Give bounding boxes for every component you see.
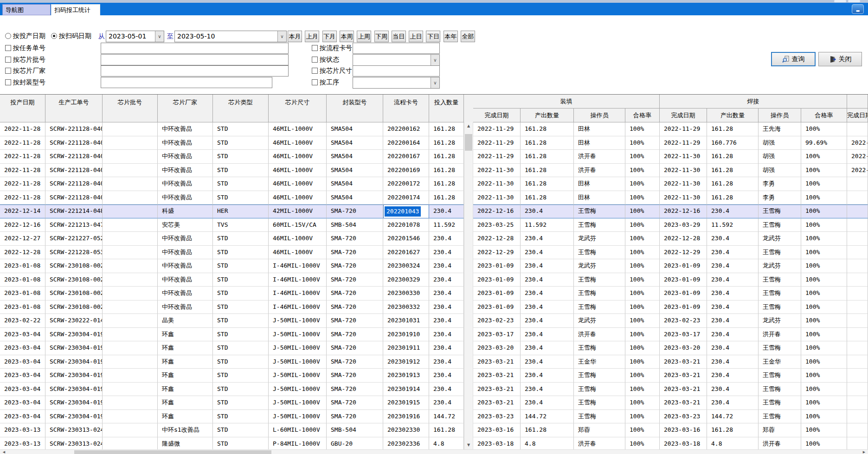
table-cell[interactable]: 100% — [801, 369, 847, 383]
table-row[interactable]: 2023-01-08SCRW-230108-002中环改善品STDI-46MIL… — [0, 287, 868, 301]
table-cell[interactable]: 2023-03-29 — [660, 218, 707, 232]
table-cell[interactable]: SMA-720 — [327, 355, 383, 369]
table-cell[interactable]: 2023-03-21 — [473, 383, 521, 396]
table-cell[interactable]: 中环改善品 — [158, 273, 213, 287]
table-cell[interactable]: STD — [213, 259, 269, 273]
table-cell[interactable]: 230.4 — [707, 383, 759, 396]
table-cell[interactable]: 洪开春 — [759, 437, 801, 451]
close-button[interactable]: 关闭 — [818, 52, 862, 66]
table-cell[interactable]: SCRW-221128-040 — [45, 122, 103, 136]
table-cell[interactable]: 144.72 — [707, 410, 759, 424]
table-cell[interactable]: 100% — [625, 410, 660, 424]
table-cell[interactable]: 100% — [625, 287, 660, 301]
table-cell[interactable]: 202301914 — [383, 383, 429, 396]
table-cell[interactable]: 100% — [801, 328, 847, 342]
table-cell[interactable]: 202301911 — [383, 341, 429, 355]
table-cell[interactable] — [847, 287, 868, 301]
table-cell[interactable]: 230.4 — [429, 314, 464, 328]
table-cell[interactable]: 王雪梅 — [759, 410, 801, 424]
table-cell[interactable]: 230.4 — [521, 246, 574, 260]
table-cell[interactable]: 王金华 — [574, 355, 625, 369]
table-cell[interactable]: 100% — [625, 164, 660, 178]
table-cell[interactable]: 洪开春 — [574, 150, 625, 164]
table-cell[interactable]: STD — [213, 246, 269, 260]
table-cell[interactable]: 46MIL-1000V — [269, 122, 327, 136]
table-cell[interactable]: STD — [213, 191, 269, 205]
radio-by-scan-date[interactable] — [51, 33, 57, 39]
table-cell[interactable]: 2022-11-28 — [0, 191, 45, 205]
table-cell[interactable]: 2022- — [847, 150, 868, 164]
table-cell[interactable]: 42MIL-1000V — [269, 205, 327, 218]
table-cell[interactable]: 2023-03-21 — [473, 355, 521, 369]
table-cell[interactable]: 100% — [625, 423, 660, 437]
table-cell[interactable]: P-84MIL-1000V — [269, 437, 327, 451]
table-cell[interactable] — [103, 177, 158, 191]
table-cell[interactable]: 胡强 — [759, 150, 801, 164]
table-cell[interactable]: 100% — [801, 218, 847, 232]
table-cell[interactable]: SMA504 — [327, 136, 383, 150]
horizontal-scrollbar[interactable]: ◀ ▶ — [0, 449, 868, 454]
table-cell[interactable]: 2023-01-09 — [473, 287, 521, 301]
vertical-scrollbar[interactable]: ▲ ▼ — [464, 122, 473, 449]
table-cell[interactable]: GBU-20 — [327, 437, 383, 451]
table-cell[interactable]: 161.28 — [521, 150, 574, 164]
table-cell[interactable]: SCRW-230304-019 — [45, 383, 103, 396]
table-cell[interactable] — [847, 177, 868, 191]
table-cell[interactable]: 100% — [801, 287, 847, 301]
table-cell[interactable]: 161.28 — [429, 423, 464, 437]
quick-range-button-5[interactable]: 上周 — [357, 31, 371, 42]
table-cell[interactable]: 洪开春 — [574, 328, 625, 342]
table-cell[interactable]: 230.4 — [429, 232, 464, 246]
table-cell[interactable]: 161.28 — [429, 164, 464, 178]
table-cell[interactable]: 2022-12-16 — [0, 218, 45, 232]
table-cell[interactable]: STD — [213, 437, 269, 451]
table-cell[interactable]: 龙武芬 — [759, 314, 801, 328]
table-cell[interactable]: 2023-02-22 — [0, 314, 45, 328]
table-cell[interactable]: 161.28 — [429, 122, 464, 136]
table-cell[interactable]: 230.4 — [429, 246, 464, 260]
table-cell[interactable]: 王雪梅 — [574, 205, 625, 218]
column-header-welding-output-qty[interactable]: 产出数量 — [707, 109, 759, 122]
vertical-scrollbar-thumb[interactable] — [465, 134, 472, 151]
table-cell[interactable]: 2022-11-29 — [473, 122, 521, 136]
table-cell[interactable]: 环鑫 — [158, 328, 213, 342]
table-cell[interactable]: 230.4 — [521, 383, 574, 396]
table-cell[interactable] — [847, 232, 868, 246]
table-cell[interactable]: 230.4 — [521, 314, 574, 328]
status-combobox[interactable]: ∨ — [353, 54, 440, 66]
package-model-input[interactable] — [101, 77, 272, 88]
table-cell[interactable]: 230.4 — [429, 341, 464, 355]
table-cell[interactable]: 2022-11-28 — [0, 150, 45, 164]
table-cell[interactable]: SMA-720 — [327, 383, 383, 396]
checkbox-chip-lot[interactable] — [5, 57, 11, 63]
table-cell[interactable]: 144.72 — [521, 410, 574, 424]
table-cell[interactable]: 161.28 — [429, 191, 464, 205]
table-cell[interactable]: 中环s1改善品 — [158, 423, 213, 437]
table-cell[interactable] — [103, 273, 158, 287]
checkbox-task-order[interactable] — [5, 45, 11, 51]
table-cell[interactable]: 230.4 — [429, 287, 464, 301]
table-cell[interactable]: 100% — [801, 259, 847, 273]
table-cell[interactable]: L-60MIL-1000V — [269, 423, 327, 437]
process-step-combobox[interactable]: ∨ — [353, 77, 440, 89]
table-cell[interactable]: 2023-03-23 — [473, 410, 521, 424]
chip-size-input[interactable] — [353, 65, 440, 77]
table-cell[interactable] — [103, 341, 158, 355]
table-row[interactable]: 2022-11-28SCRW-221128-040中环改善品STD46MIL-1… — [0, 191, 868, 205]
table-cell[interactable] — [103, 218, 158, 232]
table-row[interactable]: 2022-11-28SCRW-221128-040中环改善品STD46MIL-1… — [0, 122, 868, 136]
table-row[interactable]: 2023-03-04SCRW-230304-019环鑫STDJ-50MIL-10… — [0, 396, 868, 410]
table-cell[interactable] — [847, 369, 868, 383]
table-cell[interactable]: 161.28 — [707, 177, 759, 191]
table-cell[interactable]: SMA504 — [327, 122, 383, 136]
table-cell[interactable]: STD — [213, 423, 269, 437]
table-cell[interactable]: 230.4 — [707, 287, 759, 301]
table-cell[interactable]: SMA504 — [327, 164, 383, 178]
table-cell[interactable]: 李勇 — [759, 177, 801, 191]
table-cell[interactable]: 2023-03-21 — [660, 369, 707, 383]
table-cell[interactable]: 2023-03-17 — [660, 328, 707, 342]
table-cell[interactable]: 202301031 — [383, 314, 429, 328]
table-row[interactable]: 2023-03-04SCRW-230304-019环鑫STDJ-50MIL-10… — [0, 410, 868, 424]
table-cell[interactable]: 郑蓉 — [759, 423, 801, 437]
table-cell[interactable]: SMA-720 — [327, 205, 383, 218]
